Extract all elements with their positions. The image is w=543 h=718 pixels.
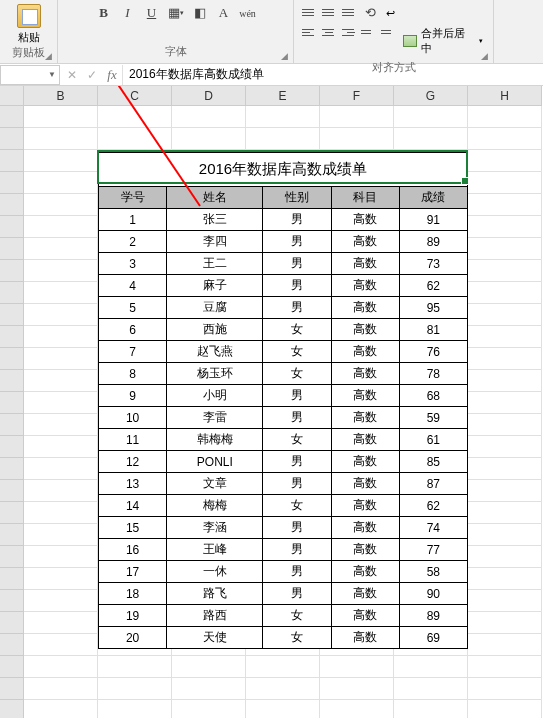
grid-cell[interactable]	[320, 128, 394, 150]
table-cell[interactable]: 梅梅	[167, 495, 263, 517]
grid-cell[interactable]	[24, 194, 98, 216]
table-cell[interactable]: 男	[263, 451, 331, 473]
expand-align-icon[interactable]: ◢	[481, 51, 491, 61]
grid-cell[interactable]	[24, 568, 98, 590]
grid-cell[interactable]	[98, 128, 172, 150]
expand-font-icon[interactable]: ◢	[281, 51, 291, 61]
grid-cell[interactable]	[24, 370, 98, 392]
table-cell[interactable]: 68	[399, 385, 467, 407]
row-header[interactable]	[0, 150, 24, 172]
grid-cell[interactable]	[98, 678, 172, 700]
grid-cell[interactable]	[468, 282, 542, 304]
row-header[interactable]	[0, 348, 24, 370]
table-cell[interactable]: 高数	[331, 517, 399, 539]
table-cell[interactable]: 17	[99, 561, 167, 583]
table-cell[interactable]: 高数	[331, 253, 399, 275]
table-header-cell[interactable]: 性别	[263, 187, 331, 209]
table-cell[interactable]: 高数	[331, 363, 399, 385]
table-cell[interactable]: 14	[99, 495, 167, 517]
table-cell[interactable]: 高数	[331, 297, 399, 319]
grid-cell[interactable]	[468, 128, 542, 150]
table-cell[interactable]: 19	[99, 605, 167, 627]
table-cell[interactable]: 高数	[331, 627, 399, 649]
grid-cell[interactable]	[172, 106, 246, 128]
table-cell[interactable]: 13	[99, 473, 167, 495]
table-cell[interactable]: 91	[399, 209, 467, 231]
table-cell[interactable]: 11	[99, 429, 167, 451]
row-header[interactable]	[0, 128, 24, 150]
align-top-button[interactable]	[300, 4, 318, 20]
grid-cell[interactable]	[172, 128, 246, 150]
row-header[interactable]	[0, 194, 24, 216]
grid-cell[interactable]	[468, 172, 542, 194]
phonetic-button[interactable]: wén	[238, 4, 258, 22]
grid-cell[interactable]	[468, 150, 542, 172]
grid-cell[interactable]	[24, 546, 98, 568]
grid-cell[interactable]	[24, 348, 98, 370]
grid-cell[interactable]	[468, 656, 542, 678]
table-title[interactable]: 2016年数据库高数成绩单	[99, 153, 468, 187]
row-header[interactable]	[0, 238, 24, 260]
table-cell[interactable]: 赵飞燕	[167, 341, 263, 363]
grid-cell[interactable]	[24, 458, 98, 480]
select-all-corner[interactable]	[0, 86, 24, 106]
grid-cell[interactable]	[98, 656, 172, 678]
grid-cell[interactable]	[24, 106, 98, 128]
row-header[interactable]	[0, 436, 24, 458]
table-cell[interactable]: 74	[399, 517, 467, 539]
table-cell[interactable]: 高数	[331, 341, 399, 363]
cancel-button[interactable]: ✕	[62, 65, 82, 85]
grid-cell[interactable]	[24, 172, 98, 194]
table-cell[interactable]: 女	[263, 429, 331, 451]
table-cell[interactable]: 73	[399, 253, 467, 275]
underline-button[interactable]: U	[142, 4, 162, 22]
table-cell[interactable]: 李四	[167, 231, 263, 253]
column-header[interactable]: F	[320, 86, 394, 106]
table-cell[interactable]: 5	[99, 297, 167, 319]
table-cell[interactable]: 王峰	[167, 539, 263, 561]
grid-cell[interactable]	[394, 656, 468, 678]
grid-cell[interactable]	[24, 524, 98, 546]
table-cell[interactable]: 16	[99, 539, 167, 561]
grid-cell[interactable]	[320, 678, 394, 700]
fill-color-button[interactable]: ◧	[190, 4, 210, 22]
grid-cell[interactable]	[468, 106, 542, 128]
table-header-cell[interactable]: 科目	[331, 187, 399, 209]
table-cell[interactable]: 高数	[331, 605, 399, 627]
column-header[interactable]: G	[394, 86, 468, 106]
table-cell[interactable]: 78	[399, 363, 467, 385]
table-cell[interactable]: 87	[399, 473, 467, 495]
table-cell[interactable]: 95	[399, 297, 467, 319]
table-cell[interactable]: 89	[399, 231, 467, 253]
row-header[interactable]	[0, 370, 24, 392]
row-header[interactable]	[0, 260, 24, 282]
table-header-cell[interactable]: 姓名	[167, 187, 263, 209]
indent-inc-button[interactable]	[379, 24, 397, 40]
fx-button[interactable]: fx	[102, 65, 122, 85]
grid-cell[interactable]	[24, 612, 98, 634]
table-cell[interactable]: 男	[263, 385, 331, 407]
grid-cell[interactable]	[394, 128, 468, 150]
column-header[interactable]: B	[24, 86, 98, 106]
wrap-text-button[interactable]: ↩	[382, 4, 399, 22]
row-header[interactable]	[0, 392, 24, 414]
table-cell[interactable]: 男	[263, 561, 331, 583]
align-center-button[interactable]	[320, 24, 338, 40]
table-cell[interactable]: 90	[399, 583, 467, 605]
grid-cell[interactable]	[24, 502, 98, 524]
row-header[interactable]	[0, 656, 24, 678]
row-header[interactable]	[0, 458, 24, 480]
table-cell[interactable]: 20	[99, 627, 167, 649]
table-cell[interactable]: 高数	[331, 539, 399, 561]
grid-cell[interactable]	[24, 326, 98, 348]
table-cell[interactable]: 12	[99, 451, 167, 473]
grid-cell[interactable]	[468, 326, 542, 348]
grid-cell[interactable]	[468, 304, 542, 326]
table-cell[interactable]: 8	[99, 363, 167, 385]
row-header[interactable]	[0, 480, 24, 502]
expand-clipboard-icon[interactable]: ◢	[45, 51, 55, 61]
grid-cell[interactable]	[320, 700, 394, 718]
grid-cell[interactable]	[24, 634, 98, 656]
grid-cell[interactable]	[246, 128, 320, 150]
grid-cell[interactable]	[246, 106, 320, 128]
